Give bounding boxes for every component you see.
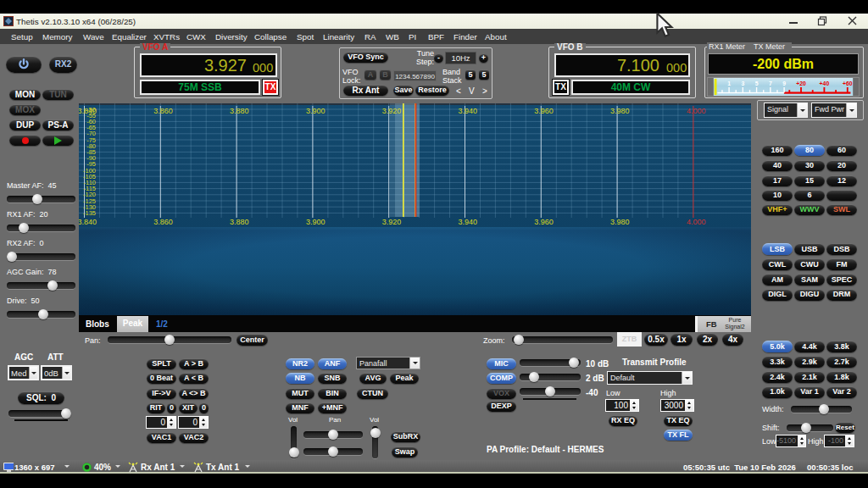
svg-text:9: 9 <box>782 80 786 86</box>
svg-text:3.960: 3.960 <box>534 107 554 115</box>
svg-text:4.000: 4.000 <box>687 218 706 226</box>
svg-text:3.900: 3.900 <box>306 218 326 226</box>
svg-text:4.000: 4.000 <box>687 107 706 115</box>
svg-text:7: 7 <box>769 80 772 86</box>
svg-text:3.980: 3.980 <box>610 107 630 115</box>
svg-text:3.880: 3.880 <box>230 107 249 115</box>
svg-text:3.980: 3.980 <box>610 218 630 226</box>
svg-text:-135: -135 <box>83 209 96 217</box>
svg-text:3.840: 3.840 <box>79 107 97 115</box>
svg-text:3.940: 3.940 <box>459 107 478 115</box>
svg-text:+40: +40 <box>820 80 830 86</box>
svg-text:+60: +60 <box>843 80 853 86</box>
svg-text:5: 5 <box>755 80 759 86</box>
svg-text:+20: +20 <box>796 80 806 86</box>
svg-text:3.920: 3.920 <box>382 107 402 115</box>
svg-text:3.900: 3.900 <box>306 107 326 115</box>
svg-text:3.940: 3.940 <box>459 218 478 226</box>
svg-text:1: 1 <box>727 80 731 86</box>
svg-text:3: 3 <box>741 80 744 86</box>
svg-text:3.840: 3.840 <box>79 218 97 226</box>
svg-text:3.960: 3.960 <box>534 218 554 226</box>
svg-text:3.880: 3.880 <box>230 218 249 226</box>
svg-text:3.860: 3.860 <box>153 218 173 226</box>
svg-text:3.860: 3.860 <box>153 107 173 115</box>
svg-text:3.920: 3.920 <box>382 218 402 226</box>
